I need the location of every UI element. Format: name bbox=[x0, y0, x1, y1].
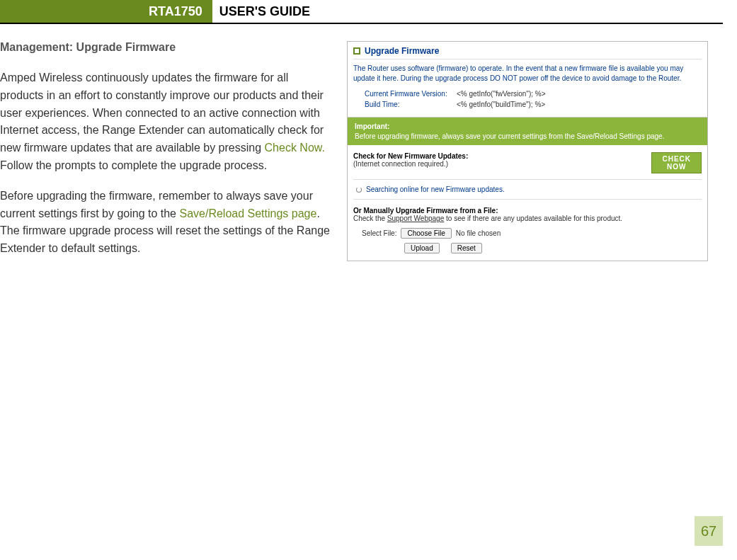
page-number: 67 bbox=[695, 516, 723, 546]
panel-title: Upgrade Firmware bbox=[365, 46, 439, 56]
section-title: Management: Upgrade Firmware bbox=[0, 41, 333, 54]
product-badge: RTA1750 bbox=[142, 0, 212, 23]
fw-version-label: Current Firmware Version: bbox=[365, 90, 457, 98]
searching-row: Searching online for new Firmware update… bbox=[353, 183, 702, 200]
select-file-row: Select File: Choose File No file chosen bbox=[353, 228, 702, 239]
save-reload-link[interactable]: Save/Reload Settings page bbox=[179, 207, 316, 219]
manual-sub: Check the Support Webpage to see if ther… bbox=[353, 215, 702, 222]
choose-file-button[interactable]: Choose File bbox=[401, 228, 451, 239]
check-btn-l1: CHECK bbox=[662, 155, 691, 163]
doc-title: USER'S GUIDE bbox=[212, 0, 310, 23]
paragraph-1: Amped Wireless continuously updates the … bbox=[0, 69, 333, 175]
page-header: RTA1750 USER'S GUIDE bbox=[0, 0, 723, 24]
screenshot-column: Upgrade Firmware The Router uses softwar… bbox=[347, 41, 722, 270]
paragraph-2: Before upgrading the firmware, remember … bbox=[0, 188, 333, 258]
check-now-button[interactable]: CHECK NOW bbox=[651, 152, 702, 173]
manual-upgrade-section: Or Manually Upgrade Firmware from a File… bbox=[353, 207, 702, 253]
panel-title-row: Upgrade Firmware bbox=[353, 46, 702, 59]
para1-post: Follow the prompts to complete the upgra… bbox=[0, 159, 267, 171]
important-notice: Important: Before upgrading firmware, al… bbox=[348, 117, 707, 145]
text-column: Management: Upgrade Firmware Amped Wirel… bbox=[0, 41, 347, 270]
important-head: Important: bbox=[355, 122, 700, 132]
check-updates-row: Check for New Firmware Updates: (Interne… bbox=[353, 152, 702, 180]
select-file-label: Select File: bbox=[362, 229, 396, 237]
firmware-info: Current Firmware Version: <% getInfo("fw… bbox=[353, 90, 702, 108]
no-file-text: No file chosen bbox=[456, 229, 501, 237]
header-stripe bbox=[0, 0, 142, 23]
build-time-value: <% getInfo("buildTime"); %> bbox=[457, 101, 545, 108]
upload-reset-row: Upload Reset bbox=[353, 243, 702, 253]
reset-button[interactable]: Reset bbox=[451, 243, 482, 253]
content-area: Management: Upgrade Firmware Amped Wirel… bbox=[0, 24, 737, 270]
manual-head: Or Manually Upgrade Firmware from a File… bbox=[353, 207, 702, 215]
build-time-label: Build Time: bbox=[365, 101, 457, 108]
manual-sub-pre: Check the bbox=[353, 215, 387, 222]
check-now-link[interactable]: Check Now. bbox=[265, 142, 325, 154]
searching-text: Searching online for new Firmware update… bbox=[366, 185, 505, 193]
square-icon bbox=[353, 47, 360, 55]
spinner-icon bbox=[356, 187, 362, 193]
support-webpage-link[interactable]: Support Webpage bbox=[387, 215, 444, 222]
build-time-row: Build Time: <% getInfo("buildTime"); %> bbox=[365, 101, 702, 108]
check-text: Check for New Firmware Updates: (Interne… bbox=[353, 152, 468, 168]
important-body: Before upgrading firmware, always save y… bbox=[355, 132, 664, 140]
panel-intro: The Router uses software (firmware) to o… bbox=[353, 64, 702, 83]
check-head: Check for New Firmware Updates: bbox=[353, 152, 468, 160]
upload-button[interactable]: Upload bbox=[404, 243, 440, 253]
upgrade-firmware-panel: Upgrade Firmware The Router uses softwar… bbox=[347, 41, 708, 261]
check-btn-l2: NOW bbox=[662, 163, 691, 171]
fw-version-value: <% getInfo("fwVersion"); %> bbox=[457, 90, 546, 98]
manual-sub-post: to see if there are any updates availabl… bbox=[444, 215, 622, 222]
fw-version-row: Current Firmware Version: <% getInfo("fw… bbox=[365, 90, 702, 98]
check-sub: (Internet connection required.) bbox=[353, 160, 448, 168]
